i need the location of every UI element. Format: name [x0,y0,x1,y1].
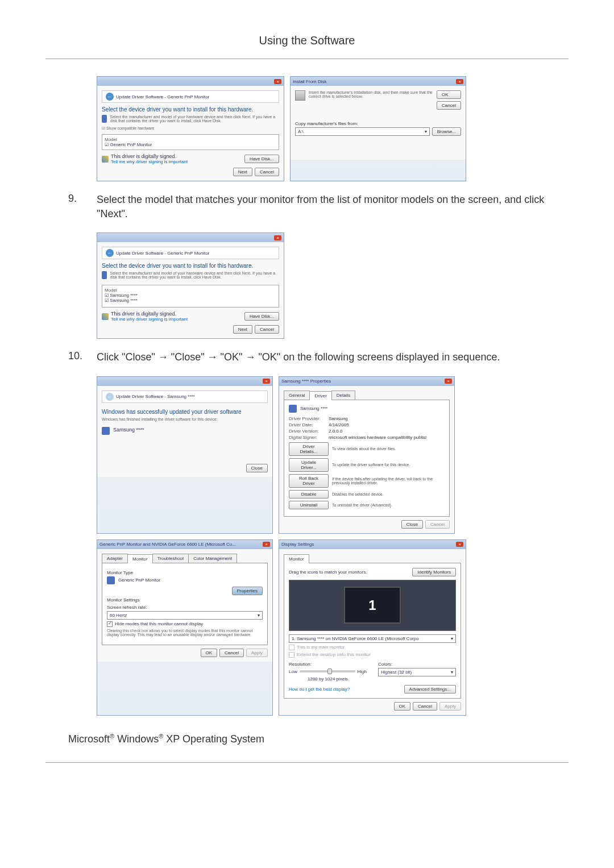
colors-dropdown[interactable]: Highest (32 bit) [378,668,456,676]
page-title: Using the Software [45,34,569,47]
checkbox-label: Extend the desktop onto this monitor [297,652,371,657]
ok-button[interactable]: OK [394,702,411,711]
tab-color[interactable]: Color Management [188,554,237,563]
slider-high-label: High [358,669,367,674]
display-settings-dialog: Display Settings× Monitor Drag the icons… [279,539,466,716]
signature-link[interactable]: Tell me why driver signing is important [111,317,188,322]
update-driver-dialog-1: × ←Update Driver Software - Generic PnP … [97,76,284,181]
field-label: Driver Date: [289,422,329,427]
resolution-slider[interactable] [300,670,355,672]
next-button[interactable]: Next [233,168,252,176]
close-icon[interactable]: × [274,235,281,240]
cancel-button[interactable]: Cancel [413,702,437,711]
model-item[interactable]: ☑ Generic PnP Monitor [105,142,276,147]
refresh-rate-dropdown[interactable]: 60 Hertz [107,611,263,620]
main-monitor-checkbox [289,645,294,650]
dialog-title: Samsung **** Properties [281,379,331,384]
tab-driver[interactable]: Driver [309,391,331,400]
path-dropdown[interactable]: A:\ [295,127,430,136]
close-icon[interactable]: × [274,79,281,84]
close-icon[interactable]: × [263,542,270,547]
device-icon [102,427,110,435]
monitor-select-dropdown[interactable]: 1. Samsung **** on NVIDIA GeForce 6600 L… [289,634,456,643]
browse-button[interactable]: Browse... [432,127,461,136]
have-disk-button[interactable]: Have Disk... [244,312,279,321]
dialog-heading: Select the device driver you want to ins… [102,106,279,113]
model-listbox[interactable]: Model ☑ Generic PnP Monitor [102,134,279,150]
resolution-label: Resolution: [289,662,367,667]
cancel-button[interactable]: Cancel [255,325,279,334]
step-text: Select the model that matches your monit… [97,193,546,221]
tab-details[interactable]: Details [331,391,355,400]
cancel-button[interactable]: Cancel [255,168,279,176]
hide-modes-checkbox[interactable] [107,621,113,627]
monitor-icon [107,576,115,584]
signature-text: This driver is digitally signed. [111,153,188,159]
close-icon[interactable]: × [456,79,463,84]
model-header: Model [105,137,276,142]
back-icon[interactable]: ← [106,249,114,257]
cancel-button[interactable]: Cancel [219,649,244,657]
dialog-heading: Select the device driver you want to ins… [102,263,279,269]
compat-checkbox-label[interactable]: ☑ Show compatible hardware [102,126,279,131]
help-link[interactable]: How do I get the best display? [289,687,350,692]
apply-button[interactable]: Apply [439,702,461,711]
close-icon[interactable]: × [263,379,270,384]
success-dialog: × ←Update Driver Software - Samsung ****… [97,376,273,534]
tab-monitor[interactable]: Monitor [127,554,153,563]
divider [45,59,569,59]
advanced-settings-button[interactable]: Advanced Settings... [404,685,456,693]
dialog-title: Install From Disk [293,79,327,84]
driver-details-button[interactable]: Driver Details... [289,442,329,456]
field-value: 4/14/2005 [329,422,445,427]
have-disk-button[interactable]: Have Disk... [244,155,279,163]
cancel-button[interactable]: Cancel [425,520,450,529]
device-icon [102,271,107,279]
next-button[interactable]: Next [233,325,252,334]
device-icon [289,405,297,413]
close-icon[interactable]: × [456,542,463,547]
drag-instruction: Drag the icons to match your monitors. [289,570,367,575]
refresh-rate-label: Screen refresh rate: [107,605,263,610]
field-label: Driver Version: [289,429,329,434]
button-description: If the device fails after updating the d… [332,477,445,485]
model-item[interactable]: ☑ Samsung **** [105,298,276,303]
monitor-preview[interactable]: 1 [289,580,456,631]
uninstall-button[interactable]: Uninstall [289,501,329,509]
cancel-button[interactable]: Cancel [437,101,461,110]
monitor-thumbnail[interactable]: 1 [344,587,401,624]
close-button[interactable]: Close [246,464,268,472]
button-description: Disables the selected device. [332,492,445,496]
button-description: To uninstall the driver (Advanced). [332,503,445,507]
disable-button[interactable]: Disable [289,490,329,499]
breadcrumb: Update Driver Software - Generic PnP Mon… [116,251,209,256]
colors-label: Colors: [378,662,456,667]
resolution-value: 1280 by 1024 pixels [289,676,367,682]
back-icon[interactable]: ← [106,93,114,101]
tab-adapter[interactable]: Adapter [102,554,128,563]
tab-monitor[interactable]: Monitor [284,554,309,563]
copy-from-label: Copy manufacturer's files from: [295,121,461,126]
checkbox-label: This is my main monitor [297,645,345,650]
ok-button[interactable]: OK [201,649,218,657]
model-listbox[interactable]: Model ☑ Samsung **** ☑ Samsung **** [102,285,279,308]
ok-button[interactable]: OK [437,90,461,99]
device-name: Samsung **** [113,427,144,435]
shield-icon [102,156,109,163]
update-driver-button[interactable]: Update Driver... [289,458,329,472]
close-icon[interactable]: × [445,379,452,384]
tab-troubleshoot[interactable]: Troubleshoot [152,554,189,563]
properties-button[interactable]: Properties [232,587,263,595]
back-icon: ← [106,393,114,401]
apply-button[interactable]: Apply [246,649,268,657]
signature-link[interactable]: Tell me why driver signing is important [111,159,188,164]
tab-general[interactable]: General [284,391,310,400]
close-button[interactable]: Close [401,520,423,529]
dialog-title: Generic PnP Monitor and NVIDIA GeForce 6… [99,542,236,547]
step-number: 9. [68,193,97,221]
rollback-button[interactable]: Roll Back Driver [289,474,329,488]
model-item[interactable]: ☑ Samsung **** [105,293,276,298]
monitor-settings-label: Monitor Settings [107,597,263,603]
identify-monitors-button[interactable]: Identify Monitors [412,568,456,576]
device-name: Samsung **** [300,406,327,411]
